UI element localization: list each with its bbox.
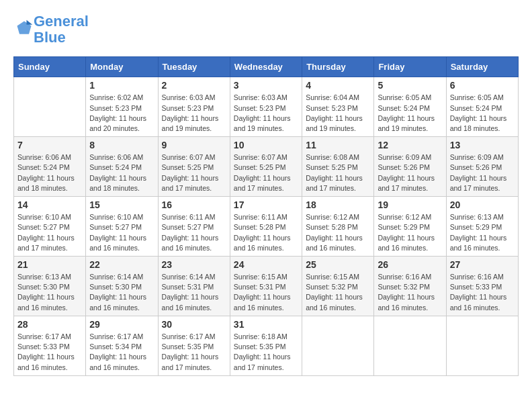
calendar-cell: 10Sunrise: 6:07 AM Sunset: 5:25 PM Dayli… <box>230 137 302 197</box>
calendar-cell: 30Sunrise: 6:17 AM Sunset: 5:35 PM Dayli… <box>158 316 230 375</box>
calendar-cell: 20Sunrise: 6:13 AM Sunset: 5:29 PM Dayli… <box>446 197 518 257</box>
calendar-cell <box>302 316 374 375</box>
calendar-cell: 16Sunrise: 6:11 AM Sunset: 5:27 PM Dayli… <box>158 197 230 257</box>
header-cell-tuesday: Tuesday <box>158 57 230 77</box>
calendar-cell: 11Sunrise: 6:08 AM Sunset: 5:25 PM Dayli… <box>302 137 374 197</box>
day-info: Sunrise: 6:11 AM Sunset: 5:27 PM Dayligh… <box>162 212 226 253</box>
calendar-cell: 5Sunrise: 6:05 AM Sunset: 5:24 PM Daylig… <box>374 77 446 137</box>
day-info: Sunrise: 6:05 AM Sunset: 5:24 PM Dayligh… <box>378 93 442 134</box>
day-info: Sunrise: 6:10 AM Sunset: 5:27 PM Dayligh… <box>89 212 154 253</box>
calendar-cell: 8Sunrise: 6:06 AM Sunset: 5:24 PM Daylig… <box>86 137 158 197</box>
logo-text: General Blue <box>34 13 89 46</box>
calendar-cell: 31Sunrise: 6:18 AM Sunset: 5:35 PM Dayli… <box>230 316 302 375</box>
calendar-table: SundayMondayTuesdayWednesdayThursdayFrid… <box>13 56 519 375</box>
calendar-cell <box>374 316 446 375</box>
day-info: Sunrise: 6:12 AM Sunset: 5:28 PM Dayligh… <box>306 212 370 253</box>
day-number: 23 <box>162 259 226 270</box>
calendar-week-4: 21Sunrise: 6:13 AM Sunset: 5:30 PM Dayli… <box>14 257 519 316</box>
day-info: Sunrise: 6:17 AM Sunset: 5:35 PM Dayligh… <box>162 332 226 373</box>
logo: General Blue <box>13 13 89 46</box>
calendar-cell: 14Sunrise: 6:10 AM Sunset: 5:27 PM Dayli… <box>14 197 86 257</box>
header-cell-friday: Friday <box>374 57 446 77</box>
day-number: 29 <box>89 319 154 330</box>
day-info: Sunrise: 6:16 AM Sunset: 5:32 PM Dayligh… <box>378 272 442 313</box>
day-info: Sunrise: 6:07 AM Sunset: 5:25 PM Dayligh… <box>162 152 226 193</box>
day-info: Sunrise: 6:15 AM Sunset: 5:32 PM Dayligh… <box>306 272 370 313</box>
header-cell-sunday: Sunday <box>14 57 86 77</box>
day-info: Sunrise: 6:14 AM Sunset: 5:30 PM Dayligh… <box>89 272 154 313</box>
day-info: Sunrise: 6:10 AM Sunset: 5:27 PM Dayligh… <box>17 212 82 253</box>
day-number: 30 <box>162 319 226 330</box>
day-number: 16 <box>162 199 226 210</box>
day-info: Sunrise: 6:02 AM Sunset: 5:23 PM Dayligh… <box>89 93 154 134</box>
day-info: Sunrise: 6:07 AM Sunset: 5:25 PM Dayligh… <box>234 152 298 193</box>
day-info: Sunrise: 6:13 AM Sunset: 5:30 PM Dayligh… <box>17 272 82 313</box>
day-info: Sunrise: 6:12 AM Sunset: 5:29 PM Dayligh… <box>378 212 442 253</box>
calendar-cell: 24Sunrise: 6:15 AM Sunset: 5:31 PM Dayli… <box>230 257 302 316</box>
calendar-cell: 17Sunrise: 6:11 AM Sunset: 5:28 PM Dayli… <box>230 197 302 257</box>
day-number: 1 <box>89 80 154 91</box>
calendar-cell: 6Sunrise: 6:05 AM Sunset: 5:24 PM Daylig… <box>446 77 518 137</box>
day-number: 18 <box>306 199 370 210</box>
day-number: 8 <box>89 140 154 150</box>
calendar-cell: 15Sunrise: 6:10 AM Sunset: 5:27 PM Dayli… <box>86 197 158 257</box>
svg-marker-1 <box>27 20 33 25</box>
calendar-cell: 2Sunrise: 6:03 AM Sunset: 5:23 PM Daylig… <box>158 77 230 137</box>
day-number: 20 <box>450 199 515 210</box>
day-number: 9 <box>162 140 226 150</box>
day-number: 25 <box>306 259 370 270</box>
header: General Blue <box>13 13 519 46</box>
day-number: 14 <box>17 199 82 210</box>
day-info: Sunrise: 6:16 AM Sunset: 5:33 PM Dayligh… <box>450 272 515 313</box>
calendar-week-1: 1Sunrise: 6:02 AM Sunset: 5:23 PM Daylig… <box>14 77 519 137</box>
day-number: 6 <box>450 80 515 91</box>
calendar-cell: 9Sunrise: 6:07 AM Sunset: 5:25 PM Daylig… <box>158 137 230 197</box>
calendar-cell: 29Sunrise: 6:17 AM Sunset: 5:34 PM Dayli… <box>86 316 158 375</box>
calendar-cell: 27Sunrise: 6:16 AM Sunset: 5:33 PM Dayli… <box>446 257 518 316</box>
day-info: Sunrise: 6:15 AM Sunset: 5:31 PM Dayligh… <box>234 272 298 313</box>
calendar-cell: 28Sunrise: 6:17 AM Sunset: 5:33 PM Dayli… <box>14 316 86 375</box>
day-number: 17 <box>234 199 298 210</box>
calendar-cell: 23Sunrise: 6:14 AM Sunset: 5:31 PM Dayli… <box>158 257 230 316</box>
calendar-body: 1Sunrise: 6:02 AM Sunset: 5:23 PM Daylig… <box>14 77 519 375</box>
header-cell-saturday: Saturday <box>446 57 518 77</box>
calendar-week-5: 28Sunrise: 6:17 AM Sunset: 5:33 PM Dayli… <box>14 316 519 375</box>
day-info: Sunrise: 6:03 AM Sunset: 5:23 PM Dayligh… <box>162 93 226 134</box>
calendar-cell <box>446 316 518 375</box>
calendar-cell: 22Sunrise: 6:14 AM Sunset: 5:30 PM Dayli… <box>86 257 158 316</box>
day-info: Sunrise: 6:17 AM Sunset: 5:33 PM Dayligh… <box>17 332 82 373</box>
calendar-cell: 7Sunrise: 6:06 AM Sunset: 5:24 PM Daylig… <box>14 137 86 197</box>
logo-icon <box>15 19 34 38</box>
day-info: Sunrise: 6:17 AM Sunset: 5:34 PM Dayligh… <box>89 332 154 373</box>
calendar-cell: 12Sunrise: 6:09 AM Sunset: 5:26 PM Dayli… <box>374 137 446 197</box>
day-info: Sunrise: 6:05 AM Sunset: 5:24 PM Dayligh… <box>450 93 515 134</box>
day-info: Sunrise: 6:09 AM Sunset: 5:26 PM Dayligh… <box>378 152 442 193</box>
day-info: Sunrise: 6:06 AM Sunset: 5:24 PM Dayligh… <box>89 152 154 193</box>
calendar-cell: 13Sunrise: 6:09 AM Sunset: 5:26 PM Dayli… <box>446 137 518 197</box>
day-number: 3 <box>234 80 298 91</box>
day-info: Sunrise: 6:18 AM Sunset: 5:35 PM Dayligh… <box>234 332 298 373</box>
day-info: Sunrise: 6:04 AM Sunset: 5:23 PM Dayligh… <box>306 93 370 134</box>
day-number: 4 <box>306 80 370 91</box>
day-number: 21 <box>17 259 82 270</box>
calendar-cell: 3Sunrise: 6:03 AM Sunset: 5:23 PM Daylig… <box>230 77 302 137</box>
calendar-cell: 26Sunrise: 6:16 AM Sunset: 5:32 PM Dayli… <box>374 257 446 316</box>
calendar-week-3: 14Sunrise: 6:10 AM Sunset: 5:27 PM Dayli… <box>14 197 519 257</box>
day-number: 7 <box>17 140 82 150</box>
calendar-cell <box>14 77 86 137</box>
header-cell-thursday: Thursday <box>302 57 374 77</box>
day-number: 19 <box>378 199 442 210</box>
day-number: 24 <box>234 259 298 270</box>
calendar-cell: 21Sunrise: 6:13 AM Sunset: 5:30 PM Dayli… <box>14 257 86 316</box>
day-number: 13 <box>450 140 515 150</box>
day-number: 12 <box>378 140 442 150</box>
calendar-cell: 1Sunrise: 6:02 AM Sunset: 5:23 PM Daylig… <box>86 77 158 137</box>
day-info: Sunrise: 6:11 AM Sunset: 5:28 PM Dayligh… <box>234 212 298 253</box>
day-number: 31 <box>234 319 298 330</box>
day-number: 10 <box>234 140 298 150</box>
header-cell-wednesday: Wednesday <box>230 57 302 77</box>
day-info: Sunrise: 6:09 AM Sunset: 5:26 PM Dayligh… <box>450 152 515 193</box>
calendar-header-row: SundayMondayTuesdayWednesdayThursdayFrid… <box>14 57 519 77</box>
day-number: 5 <box>378 80 442 91</box>
calendar-cell: 25Sunrise: 6:15 AM Sunset: 5:32 PM Dayli… <box>302 257 374 316</box>
